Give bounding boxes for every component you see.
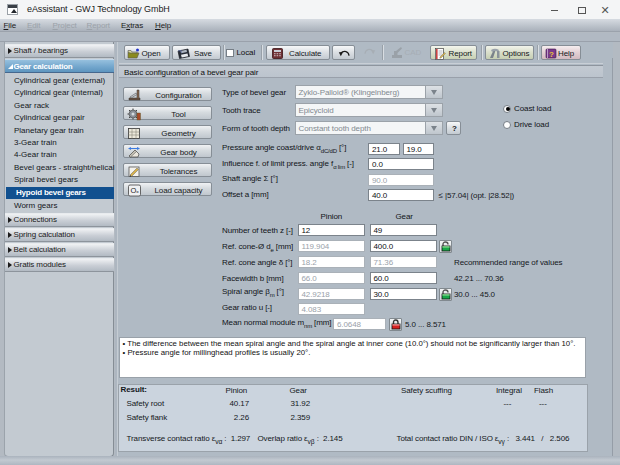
svg-text:Oₓ: Oₓ bbox=[130, 186, 139, 195]
svg-text:?: ? bbox=[549, 50, 554, 59]
